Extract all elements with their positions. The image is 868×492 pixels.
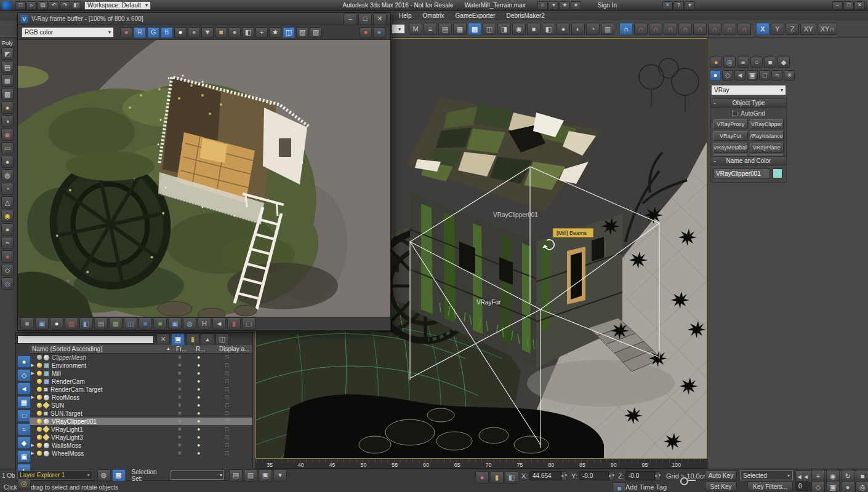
set-key-button[interactable]: Set Key — [705, 482, 737, 491]
snap-3d-icon[interactable]: ∩ — [664, 23, 677, 35]
frozen-icon[interactable]: ✳ — [177, 378, 182, 384]
scene-row-ClipperMesh[interactable]: ClipperMesh✳●□ — [30, 354, 252, 362]
scene-row-Mill[interactable]: ▶Mill✳●□ — [30, 370, 252, 378]
scene-row-RenderCam[interactable]: RenderCam✳●□ — [30, 378, 252, 386]
favorites-icon[interactable]: ★ — [560, 1, 570, 10]
scene-row-VRayLight1[interactable]: VRayLight1✳●□ — [30, 426, 252, 434]
color-correct-icon[interactable]: ▥ — [65, 317, 78, 330]
frozen-icon[interactable]: ✳ — [177, 354, 182, 360]
filter-cameras-icon[interactable]: ▦ — [17, 396, 31, 408]
x-coordinate-field[interactable]: 44.654 — [529, 471, 561, 480]
y-coordinate-field[interactable]: -0.0 — [579, 471, 609, 480]
stop-render-icon[interactable]: ■ — [20, 317, 34, 330]
subcat-helpers-icon[interactable]: □ — [759, 70, 770, 81]
undo-icon[interactable]: ↶ — [49, 1, 59, 10]
array-tool-icon[interactable]: ▩ — [1, 88, 14, 100]
scene-row-Environment[interactable]: ▶Environment✳●□ — [30, 362, 252, 370]
subcat-lights-icon[interactable]: ◄ — [734, 70, 745, 81]
new-file-icon[interactable]: □ — [15, 1, 26, 10]
frozen-icon[interactable]: ✳ — [177, 418, 182, 424]
frozen-icon[interactable]: ✳ — [177, 450, 182, 456]
display-as-icon[interactable]: □ — [225, 450, 228, 456]
disc-icon[interactable]: ● — [1, 223, 14, 236]
display-as-icon[interactable]: □ — [225, 442, 228, 448]
time-slider-track[interactable]: 35404550556065707580859095100 — [255, 459, 714, 469]
frozen-icon[interactable]: ✳ — [177, 362, 182, 368]
explorer-chart-icon[interactable]: ▦ — [112, 469, 126, 482]
visibility-bulb-icon[interactable] — [37, 435, 42, 440]
render-region-icon[interactable]: ▣ — [35, 317, 49, 330]
selection-filter-combo[interactable]: ▾ — [392, 24, 405, 34]
stereo-icon[interactable]: ▮ — [227, 317, 241, 330]
create-vrayfur-button[interactable]: VRayFur — [713, 131, 748, 141]
curves-icon[interactable]: ◫ — [124, 317, 137, 330]
save-image-icon[interactable]: ▼ — [201, 27, 214, 38]
object-name[interactable]: RenderCam — [52, 378, 252, 385]
mirror-icon[interactable]: M — [409, 23, 422, 35]
subtract-from-set-icon[interactable]: ▣ — [259, 469, 272, 482]
close-button[interactable]: ✕ — [854, 1, 865, 10]
sync-selection-icon[interactable]: ◫ — [215, 333, 229, 346]
z-coordinate-field[interactable]: -0.0 — [625, 471, 655, 480]
scene-row-SUN.Target[interactable]: SUN.Target✳●□ — [30, 410, 252, 418]
renderable-icon[interactable]: ● — [197, 370, 200, 376]
time-tag-icon[interactable]: ■ — [613, 482, 626, 492]
filter-geometry-icon[interactable]: ● — [17, 355, 31, 368]
object-name[interactable]: RenderCam.Target — [50, 386, 252, 393]
snap-xy-icon[interactable]: ∩ — [723, 23, 736, 35]
vfb-title-bar[interactable]: V V-Ray frame buffer - [100% of 800 x 60… — [18, 13, 390, 25]
visibility-bulb-icon[interactable] — [37, 443, 42, 448]
vray-frame-buffer-window[interactable]: V V-Ray frame buffer - [100% of 800 x 60… — [17, 12, 391, 331]
visibility-bulb-icon[interactable] — [37, 403, 42, 408]
renderable-icon[interactable]: ● — [197, 394, 200, 400]
percent-snap-icon[interactable]: ∩ — [693, 23, 707, 35]
scene-explorer[interactable]: ✕▣▮▴◫ ●◇◄▦□≈◆▣◐◎ Name (Sorted Ascending)… — [15, 332, 253, 481]
constraint-xy-snap-icon[interactable]: XY∩ — [818, 23, 837, 35]
selection-set-combo[interactable]: ▾ — [171, 470, 224, 480]
scene-row-SUN[interactable]: SUN✳●□ — [30, 402, 252, 410]
snap-2d-icon[interactable]: ∩ — [634, 23, 648, 35]
frozen-icon[interactable]: ✳ — [177, 394, 182, 400]
autogrid-checkbox[interactable] — [732, 111, 737, 116]
search-icon[interactable]: ○ — [537, 1, 548, 10]
footer-more-icon[interactable]: ▾ — [273, 469, 287, 482]
selection-lock-icon[interactable]: ▮ — [490, 471, 504, 483]
frozen-icon[interactable]: ✳ — [177, 426, 182, 432]
exposure-icon[interactable]: ◧ — [79, 317, 93, 330]
visibility-bulb-icon[interactable] — [37, 355, 42, 360]
vray-menu-icon[interactable]: ● — [360, 27, 372, 38]
display-as-icon[interactable]: □ — [225, 434, 228, 440]
material-editor-icon[interactable]: ◉ — [512, 23, 526, 35]
absolute-mode-icon[interactable]: ◧ — [505, 471, 518, 483]
poly-tab-label[interactable]: Poly — [1, 39, 14, 47]
sign-in-button[interactable]: Sign In — [598, 2, 617, 9]
tab-display[interactable]: ■ — [764, 57, 776, 68]
explorer-type-icon[interactable]: ◍ — [97, 469, 111, 482]
visibility-bulb-icon[interactable] — [37, 387, 42, 392]
render-preset-icon[interactable]: ▥ — [601, 23, 614, 35]
renderable-icon[interactable]: ● — [197, 362, 200, 368]
vfb-close-button[interactable]: ✕ — [373, 13, 387, 25]
monochrome-icon[interactable]: ● — [188, 27, 200, 38]
visibility-bulb-icon[interactable] — [37, 395, 42, 400]
name-color-header[interactable]: -Name and Color — [711, 157, 786, 165]
half-right-icon[interactable]: ◄ — [212, 317, 226, 330]
constraint-xy-icon[interactable]: XY — [800, 23, 816, 35]
selection-set-keys-combo[interactable]: Selected▾ — [740, 470, 793, 480]
add-time-tag[interactable]: Add Time Tag — [625, 483, 667, 491]
object-color-swatch[interactable] — [773, 169, 782, 178]
srgb-icon[interactable]: ◍ — [183, 317, 196, 330]
visibility-bulb-icon[interactable] — [37, 363, 42, 368]
create-vraymetaball-button[interactable]: VRayMetaball — [713, 143, 748, 153]
display-as-icon[interactable]: □ — [225, 410, 228, 416]
filter-xrefs-icon[interactable]: ▣ — [17, 450, 31, 462]
save-file-icon[interactable]: ▤ — [38, 1, 48, 10]
frozen-icon[interactable]: ✳ — [177, 442, 182, 448]
freeform-icon[interactable]: ◇ — [1, 264, 14, 276]
filter-shapes-icon[interactable]: ◇ — [17, 369, 31, 381]
display-as-icon[interactable]: □ — [225, 402, 228, 408]
clear-search-icon[interactable]: ✕ — [156, 333, 170, 346]
shadow-tool-icon[interactable]: ◑ — [1, 115, 14, 127]
expand-icon[interactable]: ▶ — [30, 443, 36, 448]
open-file-icon[interactable]: ▹ — [26, 1, 37, 10]
